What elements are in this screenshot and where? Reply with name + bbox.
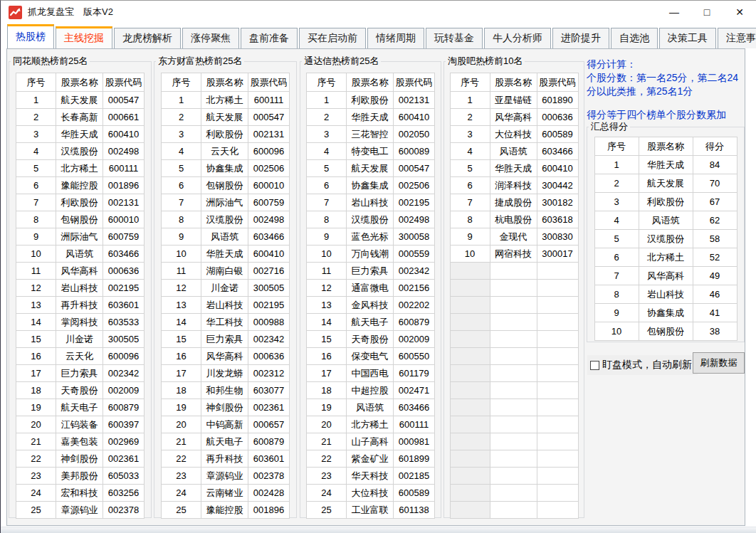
table-cell[interactable] — [490, 450, 537, 468]
table-cell[interactable]: 600096 — [103, 348, 145, 365]
table-cell[interactable]: 52 — [693, 248, 737, 267]
table-cell[interactable]: 1 — [450, 92, 490, 109]
table-cell[interactable]: 7 — [162, 194, 201, 211]
table-cell[interactable]: 23 — [16, 468, 56, 485]
column-header[interactable]: 序号 — [16, 73, 56, 92]
table-cell[interactable]: 62 — [693, 211, 737, 230]
table-cell[interactable]: 600089 — [394, 143, 435, 160]
table-cell[interactable]: 9 — [594, 304, 639, 322]
table-cell[interactable]: 9 — [450, 228, 490, 246]
table-cell[interactable]: 金风科技 — [347, 297, 394, 314]
refresh-data-button[interactable]: 刷新数据 — [693, 352, 745, 374]
table-cell[interactable]: 航天发展 — [201, 109, 248, 126]
table-cell[interactable]: 风语筑 — [490, 143, 537, 160]
column-header[interactable]: 序号 — [162, 73, 201, 92]
table-cell[interactable] — [490, 485, 537, 502]
table-cell[interactable] — [450, 399, 490, 416]
table-cell[interactable]: 002131 — [103, 194, 145, 211]
table-cell[interactable]: 84 — [693, 156, 737, 174]
table-cell[interactable]: 600010 — [103, 211, 145, 228]
table-cell[interactable]: 2 — [16, 109, 56, 126]
table-cell[interactable]: 3 — [162, 126, 201, 143]
table-cell[interactable]: 603466 — [394, 399, 435, 416]
table-cell[interactable]: 3 — [450, 126, 490, 143]
table-cell[interactable]: 风语筑 — [347, 399, 394, 416]
column-header[interactable]: 股票代码 — [103, 73, 145, 92]
table-cell[interactable]: 9 — [162, 228, 201, 246]
table-cell[interactable]: 002506 — [248, 160, 290, 177]
table-cell[interactable]: 002342 — [394, 263, 435, 280]
table-cell[interactable]: 美邦股份 — [56, 468, 103, 485]
table-cell[interactable]: 6 — [162, 177, 201, 194]
table-cell[interactable]: 北方稀土 — [347, 416, 394, 433]
table-cell[interactable]: 风华高科 — [56, 263, 103, 280]
table-cell[interactable]: 风华高科 — [201, 348, 248, 365]
table-cell[interactable]: 605033 — [103, 468, 145, 485]
table-cell[interactable] — [537, 314, 578, 331]
table-cell[interactable] — [537, 468, 578, 485]
table-cell[interactable]: 18 — [162, 382, 201, 399]
table-cell[interactable]: 神剑股份 — [56, 450, 103, 468]
table-cell[interactable] — [537, 263, 578, 280]
table-cell[interactable]: 19 — [16, 399, 56, 416]
table-cell[interactable]: 巨力索具 — [347, 263, 394, 280]
column-header[interactable]: 序号 — [307, 73, 347, 92]
table-cell[interactable]: 10 — [307, 246, 347, 263]
table-cell[interactable]: 000981 — [394, 433, 435, 450]
table-cell[interactable]: 11 — [16, 263, 56, 280]
table-cell[interactable]: 洲际油气 — [201, 194, 248, 211]
table-cell[interactable]: 13 — [16, 297, 56, 314]
table-cell[interactable]: 8 — [16, 211, 56, 228]
table-cell[interactable]: 华胜天成 — [347, 109, 394, 126]
table-cell[interactable]: 14 — [16, 314, 56, 331]
table-cell[interactable]: 嘉美包装 — [56, 433, 103, 450]
table-cell[interactable]: 002361 — [248, 399, 290, 416]
table-cell[interactable]: 002050 — [394, 126, 435, 143]
table-cell[interactable]: 17 — [16, 365, 56, 382]
table-cell[interactable]: 豫能控股 — [56, 177, 103, 194]
table-cell[interactable] — [490, 314, 537, 331]
table-cell[interactable]: 67 — [693, 193, 737, 211]
table-cell[interactable]: 华天科技 — [347, 468, 394, 485]
table-cell[interactable]: 600879 — [248, 433, 290, 450]
table-cell[interactable]: 4 — [16, 143, 56, 160]
table-cell[interactable]: 38 — [693, 322, 737, 341]
tab-advanced-improve[interactable]: 进阶提升 — [552, 28, 609, 48]
tab-top-analysts[interactable]: 牛人分析师 — [484, 28, 551, 48]
table-cell[interactable]: 巨力索具 — [56, 365, 103, 382]
table-cell[interactable]: 603256 — [103, 485, 145, 502]
table-cell[interactable]: 5 — [450, 160, 490, 177]
table-cell[interactable]: 23 — [162, 468, 201, 485]
table-cell[interactable]: 000661 — [103, 109, 145, 126]
table-cell[interactable]: 云天化 — [201, 143, 248, 160]
table-cell[interactable]: 20 — [16, 416, 56, 433]
table-cell[interactable] — [490, 331, 537, 348]
column-header[interactable]: 股票名称 — [56, 73, 103, 92]
close-icon[interactable]: ✕ — [723, 1, 756, 23]
table-cell[interactable]: 600410 — [537, 160, 578, 177]
table-cell[interactable]: 13 — [307, 297, 347, 314]
table-cell[interactable]: 和邦生物 — [201, 382, 248, 399]
table-cell[interactable]: 002202 — [394, 297, 435, 314]
table-cell[interactable]: 002009 — [394, 331, 435, 348]
table-cell[interactable]: 华胜天成 — [490, 160, 537, 177]
table-cell[interactable]: 300058 — [394, 228, 435, 246]
table-cell[interactable]: 协鑫集成 — [201, 160, 248, 177]
table-cell[interactable]: 19 — [307, 399, 347, 416]
table-cell[interactable]: 利欧股份 — [639, 193, 693, 211]
table-cell[interactable]: 蓝色光标 — [347, 228, 394, 246]
table-cell[interactable]: 川金诺 — [56, 331, 103, 348]
table-cell[interactable]: 长春高新 — [56, 109, 103, 126]
table-cell[interactable]: 大位科技 — [490, 126, 537, 143]
table-cell[interactable]: 300017 — [537, 246, 578, 263]
table-cell[interactable]: 000547 — [248, 109, 290, 126]
table-cell[interactable]: 6 — [594, 248, 639, 267]
table-cell[interactable]: 工业富联 — [347, 502, 394, 519]
table-cell[interactable]: 4 — [162, 143, 201, 160]
table-cell[interactable]: 山子高科 — [347, 433, 394, 450]
table-cell[interactable] — [537, 331, 578, 348]
watch-mode-checkbox[interactable] — [590, 361, 599, 370]
table-cell[interactable] — [450, 348, 490, 365]
table-cell[interactable]: 捷成股份 — [490, 194, 537, 211]
table-cell[interactable]: 000547 — [394, 160, 435, 177]
